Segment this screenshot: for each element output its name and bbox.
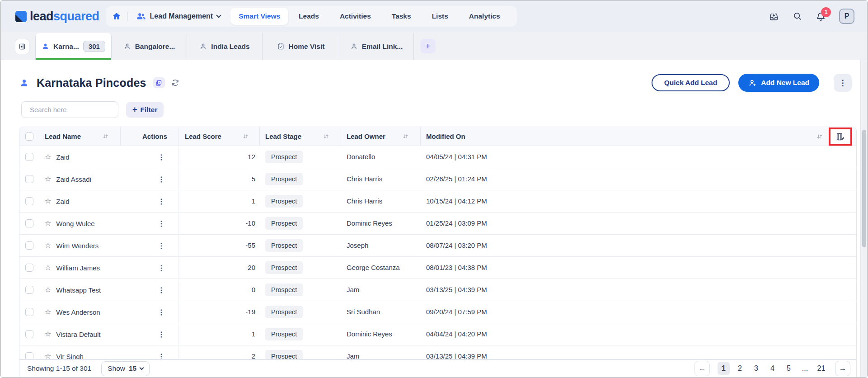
pagination-page[interactable]: 3 [750, 362, 762, 375]
sort-icon[interactable] [403, 133, 408, 139]
tab-india-leads[interactable]: India Leads [187, 33, 263, 60]
pagination-page[interactable]: 2 [734, 362, 746, 375]
tab-home-visit[interactable]: Home Visit [263, 33, 339, 60]
lead-name[interactable]: Whatsapp Test [56, 286, 101, 294]
nav-item-tasks[interactable]: Tasks [381, 8, 422, 25]
sort-icon[interactable] [816, 127, 823, 146]
page-more-options-kebab-icon[interactable]: ⋮ [834, 74, 852, 92]
column-header-modified-on[interactable]: Modified On [426, 132, 465, 140]
add-new-lead-button[interactable]: Add New Lead [738, 74, 819, 92]
lead-name[interactable]: Vistara Default [56, 331, 100, 338]
tab-label: Home Visit [289, 43, 325, 51]
nav-item-analytics[interactable]: Analytics [459, 8, 511, 25]
row-actions-kebab-icon[interactable]: ⋮ [155, 175, 167, 184]
home-icon[interactable] [112, 12, 121, 21]
star-icon[interactable]: ☆ [45, 331, 51, 338]
lead-name[interactable]: Vir Singh [56, 353, 84, 360]
star-icon[interactable]: ☆ [45, 264, 51, 271]
user-avatar[interactable]: P [839, 9, 854, 24]
search-icon[interactable] [793, 11, 802, 21]
notifications-bell-icon[interactable]: 1 [816, 11, 826, 22]
column-header-lead-score[interactable]: Lead Score [185, 132, 221, 140]
star-icon[interactable]: ☆ [45, 242, 51, 249]
pagination-page[interactable]: ... [799, 362, 811, 375]
row-checkbox[interactable] [25, 286, 33, 294]
sort-icon[interactable] [103, 133, 108, 139]
tab-label: Email Link... [362, 43, 403, 51]
row-actions-kebab-icon[interactable]: ⋮ [155, 264, 167, 272]
vertical-scrollbar-thumb[interactable] [862, 130, 866, 247]
lead-management-menu[interactable]: Lead Management [133, 11, 224, 21]
vertical-scrollbar-track[interactable] [860, 60, 867, 377]
select-all-checkbox[interactable] [25, 132, 33, 141]
pagination-page[interactable]: 21 [815, 362, 827, 375]
row-actions-kebab-icon[interactable]: ⋮ [155, 153, 167, 161]
highlight-annotation-box [829, 128, 852, 146]
column-header-lead-owner[interactable]: Lead Owner [347, 132, 385, 140]
column-header-lead-stage[interactable]: Lead Stage [265, 132, 301, 140]
star-icon[interactable]: ☆ [45, 286, 51, 293]
nav-divider [127, 12, 127, 21]
row-checkbox[interactable] [25, 153, 33, 161]
row-checkbox[interactable] [25, 352, 33, 359]
tab-email-link[interactable]: Email Link... [339, 33, 414, 60]
app-window: leadsquared Lead Management Smart Views … [0, 0, 868, 378]
filter-button[interactable]: + Filter [126, 102, 164, 118]
row-checkbox[interactable] [25, 175, 33, 183]
leadsquared-logo[interactable]: leadsquared [15, 9, 99, 24]
pagination-page[interactable]: 4 [766, 362, 779, 375]
row-checkbox[interactable] [25, 308, 33, 316]
refresh-icon[interactable] [171, 79, 179, 87]
lead-name[interactable]: Zaid Assadi [56, 175, 91, 183]
sort-icon[interactable] [243, 133, 249, 139]
lead-name[interactable]: Wim Wenders [56, 242, 99, 250]
search-input[interactable] [30, 106, 120, 113]
star-icon[interactable]: ☆ [45, 153, 51, 161]
row-checkbox[interactable] [25, 330, 33, 338]
row-actions-kebab-icon[interactable]: ⋮ [155, 330, 167, 339]
add-tab-button[interactable]: + [420, 39, 436, 53]
row-checkbox[interactable] [25, 241, 33, 250]
nav-item-leads[interactable]: Leads [288, 8, 329, 25]
nav-item-smart-views[interactable]: Smart Views [230, 8, 288, 25]
tab-record-count: 301 [83, 41, 105, 52]
lead-name[interactable]: Wong Wulee [56, 220, 94, 227]
row-actions-kebab-icon[interactable]: ⋮ [155, 286, 167, 294]
nav-item-lists[interactable]: Lists [422, 8, 459, 25]
lead-name[interactable]: Zaid [56, 198, 69, 205]
lead-owner: Chris Harris [347, 175, 382, 183]
pagination-page[interactable]: 1 [718, 362, 730, 375]
import-tray-icon[interactable] [768, 11, 779, 22]
nav-item-activities[interactable]: Activities [329, 8, 381, 25]
star-icon[interactable]: ☆ [45, 308, 51, 316]
lead-name[interactable]: Wes Anderson [56, 308, 100, 316]
row-checkbox[interactable] [25, 219, 33, 227]
modified-on: 04/05/24 | 04:31 PM [426, 153, 487, 161]
page-size-dropdown[interactable]: Show15 [101, 361, 150, 376]
column-header-lead-name[interactable]: Lead Name [45, 132, 81, 140]
previous-page-button[interactable]: ← [694, 361, 710, 376]
tab-bangalore[interactable]: Bangalore... [112, 33, 187, 60]
star-icon[interactable]: ☆ [45, 353, 51, 359]
tab-karnataka-pincodes[interactable]: Karna... 301 [35, 33, 112, 60]
collapse-panel-icon[interactable] [15, 39, 29, 54]
star-icon[interactable]: ☆ [45, 175, 51, 183]
row-actions-kebab-icon[interactable]: ⋮ [155, 219, 167, 228]
row-actions-kebab-icon[interactable]: ⋮ [155, 308, 167, 317]
quick-add-lead-button[interactable]: Quick Add Lead [652, 74, 730, 91]
lead-name[interactable]: Zaid [56, 153, 69, 161]
row-actions-kebab-icon[interactable]: ⋮ [155, 197, 167, 206]
row-checkbox[interactable] [25, 197, 33, 205]
row-actions-kebab-icon[interactable]: ⋮ [155, 352, 167, 360]
manage-columns-icon[interactable] [836, 132, 845, 142]
table-footer: Showing 1-15 of 301 Show15 ← 12345...21 … [19, 359, 857, 377]
row-checkbox[interactable] [25, 264, 33, 272]
star-icon[interactable]: ☆ [45, 198, 51, 205]
star-icon[interactable]: ☆ [45, 220, 51, 227]
sort-icon[interactable] [323, 133, 329, 139]
view-filter-badge-icon[interactable] [153, 77, 165, 88]
row-actions-kebab-icon[interactable]: ⋮ [155, 241, 167, 250]
lead-name[interactable]: William James [56, 264, 100, 272]
pagination-page[interactable]: 5 [783, 362, 795, 375]
next-page-button[interactable]: → [835, 361, 850, 376]
